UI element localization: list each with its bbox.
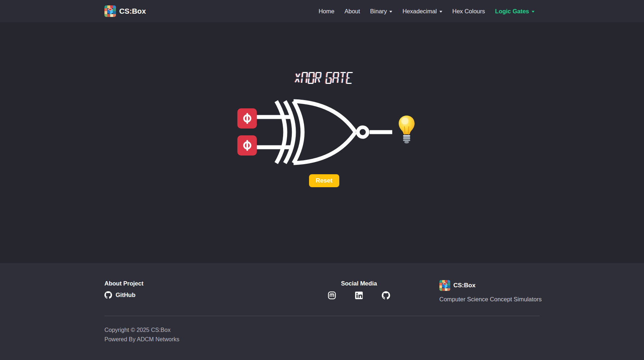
gate-title — [3, 72, 644, 85]
footer-github-link[interactable]: GitHub — [104, 291, 135, 299]
input-a-toggle[interactable] — [237, 108, 257, 129]
footer-tagline: Computer Science Concept Simulators — [439, 296, 540, 303]
nav-item-about[interactable]: About — [339, 5, 365, 18]
nav-item-home[interactable]: Home — [313, 5, 339, 18]
reset-row: Reset — [2, 174, 644, 187]
power-zero-icon — [242, 140, 252, 151]
xor-extra-curve — [276, 101, 285, 163]
nav-item-hex-colours[interactable]: Hex Colours — [447, 5, 490, 18]
footer-brand-label: CS:Box — [453, 282, 475, 289]
lcd-title-display — [293, 72, 357, 85]
navbar: CS:Box Home About Binary Hexadecimal Hex… — [0, 0, 644, 22]
brand-link[interactable]: CS:Box — [104, 5, 146, 17]
input-b-toggle[interactable] — [237, 135, 257, 156]
github-social-link[interactable] — [382, 291, 390, 300]
mastodon-link[interactable] — [328, 291, 336, 300]
footer-about-section: About Project GitHub — [104, 280, 300, 303]
copyright-block: Copyright © 2025 CS:Box Powered By ADCM … — [104, 325, 540, 345]
xnor-gate-diagram — [257, 94, 422, 170]
about-heading: About Project — [104, 280, 300, 287]
linkedin-link[interactable] — [355, 291, 363, 300]
github-icon — [382, 291, 390, 300]
footer-social-section: Social Media — [300, 280, 418, 303]
footer-brand-section: CS:Box Computer Science Concept Simulato… — [418, 280, 540, 303]
copyright-line: Copyright © 2025 CS:Box — [104, 325, 540, 335]
nav-item-logic-gates[interactable]: Logic Gates — [490, 5, 540, 18]
main-content: Reset — [0, 22, 644, 263]
social-heading: Social Media — [300, 280, 418, 287]
nav-links: Home About Binary Hexadecimal Hex Colour… — [313, 5, 540, 18]
linkedin-icon — [355, 291, 363, 300]
chevron-down-icon — [389, 11, 392, 13]
powered-by-line: Powered By ADCM Networks — [104, 335, 540, 344]
reset-button[interactable]: Reset — [309, 174, 339, 187]
not-bubble — [358, 127, 368, 137]
mastodon-icon — [328, 291, 336, 300]
footer: About Project GitHub Social Media — [0, 263, 644, 360]
brand-label: CS:Box — [119, 7, 146, 15]
power-zero-icon — [242, 113, 252, 124]
github-icon — [104, 291, 112, 299]
nav-item-hexadecimal[interactable]: Hexadecimal — [397, 5, 447, 18]
gate-stage — [237, 94, 422, 170]
chevron-down-icon — [532, 11, 535, 13]
chevron-down-icon — [439, 11, 442, 13]
input-toggles — [237, 94, 257, 170]
csbox-logo-icon — [104, 5, 116, 17]
csbox-logo-icon — [439, 280, 450, 291]
output-bulb — [399, 116, 415, 144]
nav-item-binary[interactable]: Binary — [365, 5, 398, 18]
footer-divider — [104, 316, 540, 316]
